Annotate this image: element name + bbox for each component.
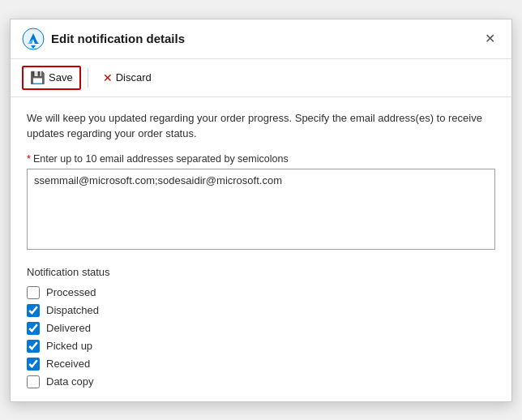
list-item: Dispatched: [27, 304, 495, 317]
checkbox-dispatched[interactable]: [27, 304, 40, 317]
save-icon: 💾: [30, 71, 45, 85]
checkbox-label: Picked up: [46, 340, 92, 352]
dialog-toolbar: 💾 Save ✕ Discard: [11, 59, 511, 97]
dialog-body: We will keep you updated regarding your …: [11, 97, 511, 401]
checkbox-delivered[interactable]: [27, 322, 40, 335]
email-textarea[interactable]: [27, 169, 495, 250]
save-button[interactable]: 💾 Save: [22, 66, 81, 90]
dialog-header: Edit notification details ✕: [11, 19, 511, 59]
save-label: Save: [49, 71, 73, 84]
list-item: Data copy: [27, 375, 495, 388]
description-text: We will keep you updated regarding your …: [27, 110, 495, 142]
notification-status-title: Notification status: [27, 266, 495, 278]
list-item: Received: [27, 358, 495, 371]
edit-notification-dialog: Edit notification details ✕ 💾 Save ✕ Dis…: [10, 19, 512, 402]
required-star: *: [27, 153, 31, 165]
close-button[interactable]: ✕: [480, 29, 500, 48]
checkbox-picked-up[interactable]: [27, 340, 40, 353]
list-item: Processed: [27, 286, 495, 299]
checkbox-label: Processed: [46, 286, 96, 298]
list-item: Picked up: [27, 340, 495, 353]
azure-icon: [22, 28, 45, 50]
header-left: Edit notification details: [22, 28, 185, 50]
checkbox-label: Dispatched: [46, 304, 99, 316]
checkbox-processed[interactable]: [27, 286, 40, 299]
checkbox-data-copy[interactable]: [27, 375, 40, 388]
discard-label: Discard: [116, 71, 152, 84]
toolbar-divider: [88, 68, 88, 88]
checkbox-label: Delivered: [46, 322, 91, 334]
discard-icon: ✕: [103, 71, 113, 84]
checkbox-list: ProcessedDispatchedDeliveredPicked upRec…: [27, 286, 495, 388]
list-item: Delivered: [27, 322, 495, 335]
dialog-title: Edit notification details: [51, 32, 185, 45]
email-field-label: *Enter up to 10 email addresses separate…: [27, 153, 495, 165]
discard-button[interactable]: ✕ Discard: [95, 66, 160, 89]
checkbox-label: Received: [46, 358, 90, 370]
checkbox-received[interactable]: [27, 358, 40, 371]
checkbox-label: Data copy: [46, 375, 94, 388]
